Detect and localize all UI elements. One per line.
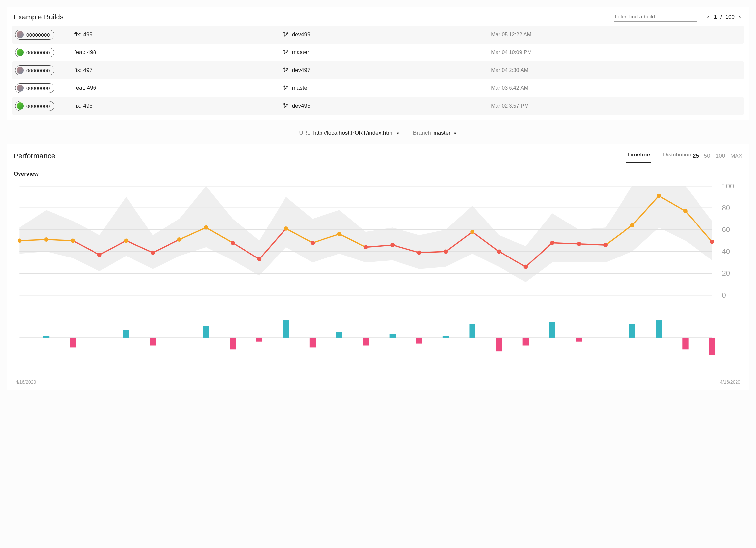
commit-message: feat: 496 [74, 85, 283, 91]
svg-point-80 [577, 242, 581, 246]
build-row[interactable]: 00000000fix: 495dev495Mar 02 3:57 PM [12, 97, 744, 115]
svg-point-66 [204, 226, 208, 230]
pager-prev-button[interactable] [706, 15, 710, 19]
commit-hash: 00000000 [26, 50, 50, 55]
performance-title: Performance [14, 152, 626, 161]
commit-cell: 00000000 [15, 30, 74, 40]
svg-rect-98 [390, 334, 396, 338]
caret-down-icon: ▼ [453, 131, 457, 135]
commit-message: fix: 499 [74, 31, 283, 38]
branch-label: Branch [413, 130, 431, 136]
commit-pill[interactable]: 00000000 [15, 65, 54, 75]
svg-point-60 [44, 238, 49, 242]
build-row[interactable]: 00000000feat: 496masterMar 03 6:42 AM [12, 79, 744, 97]
svg-point-11 [286, 86, 287, 87]
commit-hash: 00000000 [26, 86, 50, 91]
overview-label: Overview [7, 163, 749, 180]
tab-distribution[interactable]: Distribution [662, 150, 693, 163]
url-value: http://localhost:PORT/index.html [313, 130, 393, 136]
svg-point-63 [124, 238, 128, 243]
range-options: 25 50 100 MAX [693, 153, 742, 160]
range-25[interactable]: 25 [693, 153, 699, 160]
git-branch-icon [283, 103, 289, 109]
svg-point-8 [286, 68, 287, 69]
svg-point-6 [283, 68, 284, 69]
svg-text:60: 60 [722, 226, 730, 234]
svg-rect-92 [230, 338, 236, 349]
commit-pill[interactable]: 00000000 [15, 30, 54, 40]
svg-rect-93 [256, 338, 262, 342]
commit-pill[interactable]: 00000000 [15, 101, 54, 111]
commit-pill[interactable]: 00000000 [15, 83, 54, 93]
svg-point-85 [710, 240, 714, 244]
build-timestamp: Mar 04 2:30 AM [491, 67, 741, 73]
commit-cell: 00000000 [15, 65, 74, 75]
commit-message: fix: 497 [74, 67, 283, 74]
build-timestamp: Mar 05 12:22 AM [491, 32, 741, 38]
build-row[interactable]: 00000000fix: 497dev497Mar 04 2:30 AM [12, 61, 744, 79]
builds-title: Example Builds [14, 13, 614, 21]
commit-pill[interactable]: 00000000 [15, 48, 54, 57]
svg-rect-106 [629, 324, 635, 338]
build-list: 00000000fix: 499dev499Mar 05 12:22 AM000… [7, 26, 749, 120]
range-50[interactable]: 50 [704, 153, 710, 160]
svg-point-12 [283, 103, 284, 104]
branch-name: dev499 [292, 31, 311, 38]
build-row[interactable]: 00000000feat: 498masterMar 04 10:09 PM [12, 44, 744, 61]
branch-cell: dev497 [283, 67, 491, 74]
filter-field[interactable]: Filter [614, 12, 697, 22]
range-max[interactable]: MAX [730, 153, 742, 160]
svg-point-61 [71, 238, 75, 243]
pager-next-button[interactable] [738, 15, 742, 19]
pager-sep: / [720, 14, 722, 20]
performance-panel: Performance Timeline Distribution 25 50 … [7, 144, 749, 390]
chart-container: 020406080100 [7, 180, 749, 378]
pager-current: 1 [714, 14, 717, 20]
filter-input[interactable] [628, 14, 696, 20]
svg-point-81 [603, 243, 608, 247]
chevron-left-icon [706, 15, 710, 19]
branch-cell: master [283, 85, 491, 91]
svg-point-59 [18, 238, 22, 243]
perf-tabs: Timeline Distribution [626, 150, 693, 163]
chevron-right-icon [738, 15, 742, 19]
svg-point-71 [337, 232, 341, 237]
pager: 1 / 100 [706, 14, 742, 20]
branch-selector[interactable]: Branch master ▼ [412, 128, 458, 138]
tab-timeline[interactable]: Timeline [626, 150, 651, 163]
build-row[interactable]: 00000000fix: 499dev499Mar 05 12:22 AM [12, 26, 744, 44]
svg-point-65 [177, 238, 182, 242]
git-branch-icon [283, 32, 289, 38]
svg-rect-105 [576, 338, 582, 342]
svg-point-5 [286, 51, 287, 52]
svg-point-64 [151, 251, 155, 255]
svg-point-9 [283, 86, 284, 87]
branch-cell: dev499 [283, 31, 491, 38]
git-branch-icon [283, 85, 289, 91]
svg-rect-95 [310, 338, 316, 347]
svg-point-78 [523, 265, 528, 269]
svg-rect-103 [523, 338, 529, 346]
svg-point-70 [311, 241, 315, 245]
commit-cell: 00000000 [15, 101, 74, 111]
svg-rect-89 [123, 330, 129, 338]
builds-panel: Example Builds Filter 1 / 100 00000000fi… [7, 7, 749, 121]
commit-cell: 00000000 [15, 48, 74, 57]
git-branch-icon [283, 67, 289, 73]
svg-point-75 [444, 249, 448, 254]
filter-label: Filter [615, 14, 627, 20]
range-100[interactable]: 100 [716, 153, 725, 160]
svg-rect-96 [336, 332, 342, 338]
url-selector[interactable]: URL http://localhost:PORT/index.html ▼ [298, 128, 400, 138]
svg-point-72 [364, 245, 368, 249]
branch-value: master [434, 130, 451, 136]
build-timestamp: Mar 02 3:57 PM [491, 103, 741, 109]
svg-rect-104 [549, 322, 555, 338]
svg-point-83 [657, 194, 661, 198]
commit-cell: 00000000 [15, 83, 74, 93]
svg-point-62 [97, 253, 102, 257]
svg-point-2 [286, 33, 287, 34]
svg-point-74 [417, 251, 421, 255]
svg-point-68 [257, 257, 261, 262]
build-timestamp: Mar 04 10:09 PM [491, 50, 741, 55]
